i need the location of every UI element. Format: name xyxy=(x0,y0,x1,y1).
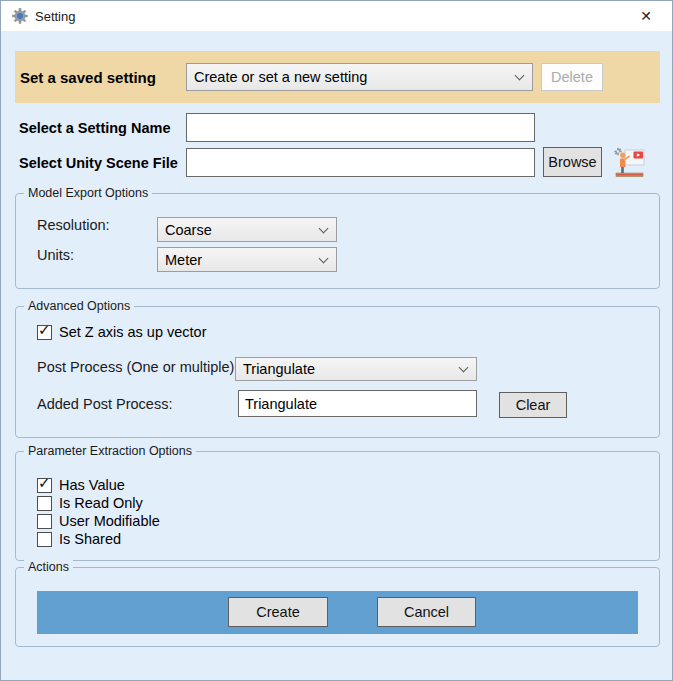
z-axis-checkbox-label: Set Z axis as up vector xyxy=(59,324,206,340)
post-process-combobox-value: Triangulate xyxy=(243,361,315,377)
model-export-options-title: Model Export Options xyxy=(24,185,152,202)
advanced-options-group: Advanced Options ✓ Set Z axis as up vect… xyxy=(15,306,660,438)
check-icon: ✓ xyxy=(38,475,51,492)
scene-file-label: Select Unity Scene File xyxy=(19,148,178,177)
is-shared-checkbox[interactable]: Is Shared xyxy=(37,530,121,548)
post-process-label: Post Process (One or multiple): xyxy=(37,354,238,380)
close-icon[interactable]: ✕ xyxy=(628,4,664,28)
checkbox-box[interactable]: ✓ xyxy=(37,478,52,493)
checkbox-box[interactable] xyxy=(37,496,52,511)
post-process-combobox[interactable]: Triangulate xyxy=(235,357,477,381)
scene-file-input[interactable] xyxy=(186,148,535,177)
scene-presentation-icon xyxy=(612,147,648,180)
clear-button[interactable]: Clear xyxy=(499,392,567,418)
cancel-button[interactable]: Cancel xyxy=(377,597,476,627)
parameter-extraction-group: Parameter Extraction Options ✓ Has Value… xyxy=(15,451,660,561)
resolution-label: Resolution: xyxy=(37,212,110,238)
model-export-options-group: Model Export Options Resolution: Coarse … xyxy=(15,193,660,289)
saved-setting-combobox-value: Create or set a new setting xyxy=(194,69,367,85)
has-value-label: Has Value xyxy=(59,477,125,493)
setting-name-label: Select a Setting Name xyxy=(19,113,171,142)
saved-setting-label: Set a saved setting xyxy=(20,51,156,103)
actions-title: Actions xyxy=(24,559,73,576)
setting-dialog: Setting ✕ Set a saved setting Create or … xyxy=(0,0,673,681)
added-post-process-label: Added Post Process: xyxy=(37,391,172,417)
saved-setting-banner: Set a saved setting Create or set a new … xyxy=(15,51,660,103)
added-post-process-input[interactable] xyxy=(238,390,477,417)
action-bar: Create Cancel xyxy=(37,591,638,634)
setting-name-input[interactable] xyxy=(186,113,535,142)
browse-button[interactable]: Browse xyxy=(543,147,602,177)
gear-icon xyxy=(12,8,28,24)
z-axis-checkbox[interactable]: ✓ Set Z axis as up vector xyxy=(37,323,206,341)
checkbox-box[interactable] xyxy=(37,514,52,529)
user-modifiable-checkbox[interactable]: User Modifiable xyxy=(37,512,160,530)
units-combobox-value: Meter xyxy=(165,252,202,268)
resolution-combobox-value: Coarse xyxy=(165,222,212,238)
create-button[interactable]: Create xyxy=(228,597,328,627)
window-title: Setting xyxy=(35,1,75,31)
is-read-only-checkbox[interactable]: Is Read Only xyxy=(37,494,143,512)
checkbox-box[interactable] xyxy=(37,532,52,547)
is-shared-label: Is Shared xyxy=(59,531,121,547)
chevron-down-icon xyxy=(319,223,329,233)
delete-button[interactable]: Delete xyxy=(541,63,603,91)
units-combobox[interactable]: Meter xyxy=(157,247,337,272)
resolution-combobox[interactable]: Coarse xyxy=(157,217,337,242)
parameter-extraction-title: Parameter Extraction Options xyxy=(24,443,196,460)
chevron-down-icon xyxy=(319,253,329,263)
user-modifiable-label: User Modifiable xyxy=(59,513,160,529)
chevron-down-icon xyxy=(459,363,469,373)
has-value-checkbox[interactable]: ✓ Has Value xyxy=(37,476,125,494)
checkbox-box[interactable]: ✓ xyxy=(37,325,52,340)
is-read-only-label: Is Read Only xyxy=(59,495,143,511)
check-icon: ✓ xyxy=(38,322,51,339)
title-bar: Setting ✕ xyxy=(1,1,672,31)
chevron-down-icon xyxy=(515,71,525,81)
advanced-options-title: Advanced Options xyxy=(24,298,134,315)
units-label: Units: xyxy=(37,242,74,268)
actions-group: Actions Create Cancel xyxy=(15,567,660,647)
saved-setting-combobox[interactable]: Create or set a new setting xyxy=(186,63,533,91)
